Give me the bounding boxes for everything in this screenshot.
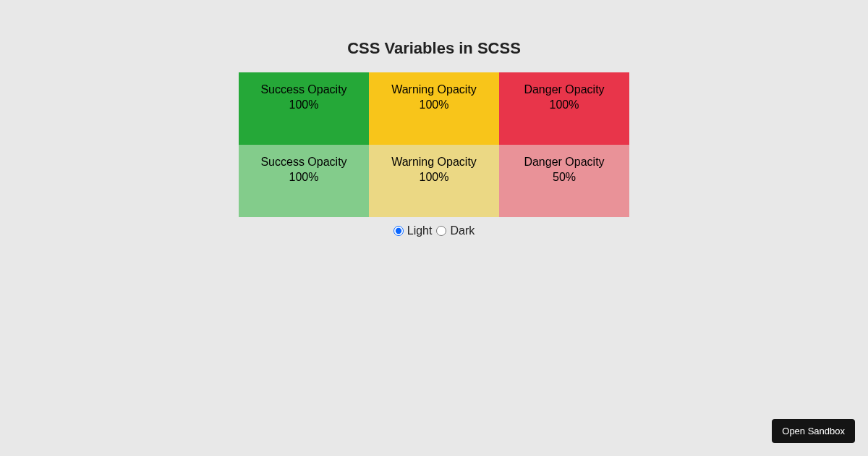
swatch-value: 100% (420, 98, 449, 113)
swatch-value: 100% (550, 98, 579, 113)
open-sandbox-button[interactable]: Open Sandbox (772, 419, 855, 443)
swatch-label: Warning Opacity (391, 83, 477, 98)
swatch-label: Danger Opacity (524, 83, 604, 98)
swatch-value: 100% (420, 170, 449, 185)
swatch-danger-muted: Danger Opacity 50% (499, 145, 629, 217)
swatch-value: 50% (553, 170, 576, 185)
swatch-warning: Warning Opacity 100% (369, 72, 499, 145)
swatch-label: Success Opacity (260, 83, 346, 98)
swatch-label: Success Opacity (260, 155, 346, 170)
swatch-warning-muted: Warning Opacity 100% (369, 145, 499, 217)
theme-radio-dark[interactable] (436, 226, 446, 236)
swatch-value: 100% (289, 170, 319, 185)
swatch-value: 100% (289, 98, 319, 113)
theme-radio-dark-text: Dark (450, 224, 475, 237)
swatch-label: Danger Opacity (524, 155, 604, 170)
swatch-danger: Danger Opacity 100% (499, 72, 629, 145)
color-grid: Success Opacity 100% Warning Opacity 100… (239, 72, 629, 217)
swatch-success: Success Opacity 100% (239, 72, 369, 145)
swatch-success-muted: Success Opacity 100% (239, 145, 369, 217)
theme-radio-dark-label[interactable]: Dark (436, 224, 475, 237)
swatch-label: Warning Opacity (391, 155, 477, 170)
theme-radio-light[interactable] (393, 226, 404, 236)
theme-toggle: Light Dark (393, 224, 475, 237)
page-title: CSS Variables in SCSS (347, 39, 521, 58)
theme-radio-light-label[interactable]: Light (393, 224, 433, 237)
theme-radio-light-text: Light (407, 224, 433, 237)
